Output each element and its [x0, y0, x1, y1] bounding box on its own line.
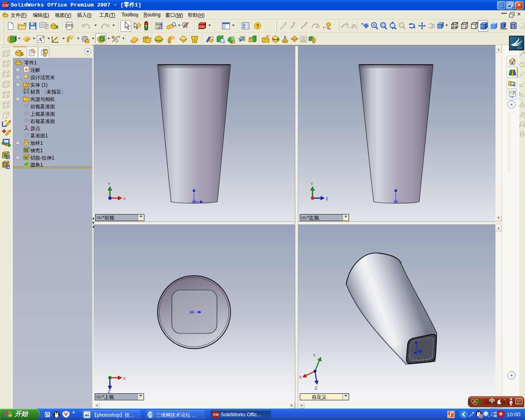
svg-text:Y: Y [108, 182, 111, 187]
svg-text:A: A [25, 67, 28, 72]
svg-text:X: X [123, 376, 126, 381]
svg-text:Y: Y [313, 353, 316, 358]
svg-text:Z: Z [315, 386, 317, 391]
svg-text:Z: Z [326, 196, 329, 201]
svg-text:SW: SW [199, 25, 205, 29]
svg-text:?: ? [256, 23, 259, 29]
svg-text:SW: SW [2, 3, 9, 8]
svg-text:Y: Y [310, 182, 313, 187]
svg-text:A: A [38, 36, 42, 42]
svg-text:X: X [299, 375, 302, 380]
svg-text:X: X [123, 196, 126, 201]
